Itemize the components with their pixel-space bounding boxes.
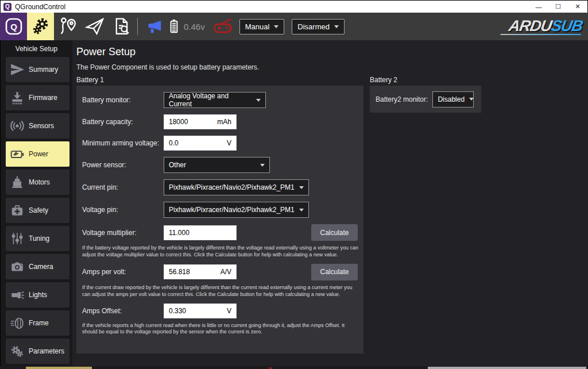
firmware-flash-icon [6,90,29,105]
sidebar-item-tuning[interactable]: Tuning [6,226,69,251]
voltage-multiplier-help-text: If the battery voltage reported by the v… [82,245,361,259]
frame-icon [6,316,29,330]
paper-plane-icon [6,62,29,77]
sensor-waves-icon [6,118,29,133]
qgroundcontrol-app-icon: Q [3,3,11,11]
main-toolbar: Q [0,13,588,40]
min-arming-voltage-label: Minimum arming voltage: [82,139,164,147]
plan-waypoints-icon [58,17,78,36]
analyze-view-button[interactable] [108,13,135,40]
amps-per-volt-row: Amps per volt: 56.818 A/V Calculate [82,264,358,280]
flashlight-icon [6,287,29,302]
battery2-column: Battery 2 Battery2 monitor: Disabled [370,76,481,113]
ardusub-logo-sub: SUB [550,17,584,34]
voltage-pin-select[interactable]: Pixhawk/Pixracer/Navio2/Pixhawk2_PM1 [164,202,309,218]
amps-per-volt-value: 56.818 [169,268,190,276]
vehicle-setup-button[interactable] [27,13,54,40]
amps-per-volt-calculate-button[interactable]: Calculate [311,264,358,280]
battery2-monitor-select[interactable]: Disabled [432,91,474,107]
chevron-down-icon [299,209,304,212]
battery-bolt-icon [6,147,29,162]
close-button[interactable]: ✕ [568,1,587,13]
amps-offset-label: Amps Offset: [82,307,164,315]
voltage-multiplier-value: 11.000 [169,229,189,237]
arm-state-select[interactable]: Disarmed [292,19,345,34]
flight-mode-value: Manual [245,22,270,31]
battery-monitor-row: Battery monitor: Analog Voltage and Curr… [82,92,358,108]
chevron-down-icon [334,25,339,28]
min-arming-voltage-value: 0.0 [169,139,179,147]
gears-setup-icon [32,17,50,36]
sidebar-item-sensors[interactable]: Sensors [6,113,69,139]
battery-indicator[interactable]: 0.46v [167,18,205,35]
sidebar-item-firmware[interactable]: Firmware [6,85,69,110]
battery1-column: Battery 1 Battery monitor: Analog Voltag… [76,76,363,353]
audio-indicator[interactable] [146,18,163,35]
sidebar-item-power[interactable]: Power [6,141,69,167]
chevron-down-icon [256,99,261,102]
voltage-pin-row: Voltage pin: Pixhawk/Pixracer/Navio2/Pix… [82,202,358,218]
voltage-multiplier-row: Voltage multiplier: 11.000 Calculate [82,224,358,241]
sidebar-item-lights[interactable]: Lights [6,282,69,308]
amps-per-volt-unit: A/V [220,268,231,276]
battery2-monitor-label: Battery2 monitor: [376,95,428,103]
log-analyze-icon [112,17,131,36]
sidebar-item-parameters[interactable]: Parameters [6,339,69,364]
motor-icon [6,175,29,190]
sidebar-item-safety[interactable]: Safety [6,198,69,223]
sidebar-title: Vehicle Setup [1,40,72,57]
page-title: Power Setup [76,46,136,58]
amps-offset-input[interactable]: 0.330 V [164,303,237,318]
voltage-multiplier-input[interactable]: 11.000 [164,225,237,240]
arm-state-value: Disarmed [297,22,330,31]
sidebar-item-camera[interactable]: Camera [6,254,69,279]
amps-per-volt-label: Amps per volt: [82,268,164,276]
game-controller-icon [212,17,234,36]
power-sensor-select[interactable]: Other [164,157,270,173]
battery2-section-label: Battery 2 [370,76,481,84]
current-pin-row: Current pin: Pixhawk/Pixracer/Navio2/Pix… [82,179,358,195]
voltage-multiplier-calculate-button[interactable]: Calculate [311,224,358,241]
sidebar-item-motors[interactable]: Motors [6,170,69,195]
amps-per-volt-input[interactable]: 56.818 A/V [164,264,237,279]
min-arming-voltage-input[interactable]: 0.0 V [164,136,237,151]
joystick-indicator[interactable] [212,17,234,36]
ardusub-logo: ARDUSUB [500,18,583,35]
camera-icon [6,259,29,274]
flight-mode-select[interactable]: Manual [239,19,285,34]
amps-offset-row: Amps Offset: 0.330 V [82,303,358,318]
min-arming-voltage-row: Minimum arming voltage: 0.0 V [82,136,358,151]
chevron-down-icon [299,186,304,189]
chevron-down-icon [260,164,265,167]
window-titlebar: Q QGroundControl — ☐ ✕ [0,0,588,13]
page-subtitle: The Power Component is used to setup bat… [76,63,259,71]
current-pin-label: Current pin: [82,183,164,191]
paper-plane-fly-icon [85,17,105,36]
maximize-button[interactable]: ☐ [548,1,568,13]
amps-offset-value: 0.330 [169,307,186,315]
battery-capacity-unit: mAh [217,118,231,126]
battery2-panel: Battery2 monitor: Disabled [370,86,481,113]
battery1-panel: Battery monitor: Analog Voltage and Curr… [76,86,363,353]
gears-icon [6,344,29,359]
qgc-logo-icon: Q [4,17,24,36]
qgc-home-button[interactable]: Q [0,13,27,40]
toolbar-divider [137,18,138,35]
voltage-multiplier-label: Voltage multiplier: [82,229,164,237]
current-pin-select[interactable]: Pixhawk/Pixracer/Navio2/Pixhawk2_PM1 [164,179,309,195]
amps-per-volt-help-text: If the current draw reported by the vehi… [82,285,361,298]
power-sensor-label: Power sensor: [82,161,164,169]
sidebar-item-summary[interactable]: Summary [6,57,69,82]
vehicle-setup-sidebar: Vehicle Setup Summary Firmware [0,40,72,369]
chevron-down-icon [274,25,278,28]
voltage-pin-label: Voltage pin: [82,206,164,214]
plan-view-button[interactable] [54,13,81,40]
battery-capacity-input[interactable]: 18000 mAh [164,114,237,129]
chevron-down-icon [469,98,474,101]
amps-offset-unit: V [227,307,231,315]
fly-view-button[interactable] [81,13,108,40]
sidebar-item-frame[interactable]: Frame [6,310,69,336]
svg-text:Q: Q [10,22,17,32]
minimize-button[interactable]: — [529,1,548,13]
battery-monitor-select[interactable]: Analog Voltage and Current [164,92,266,108]
